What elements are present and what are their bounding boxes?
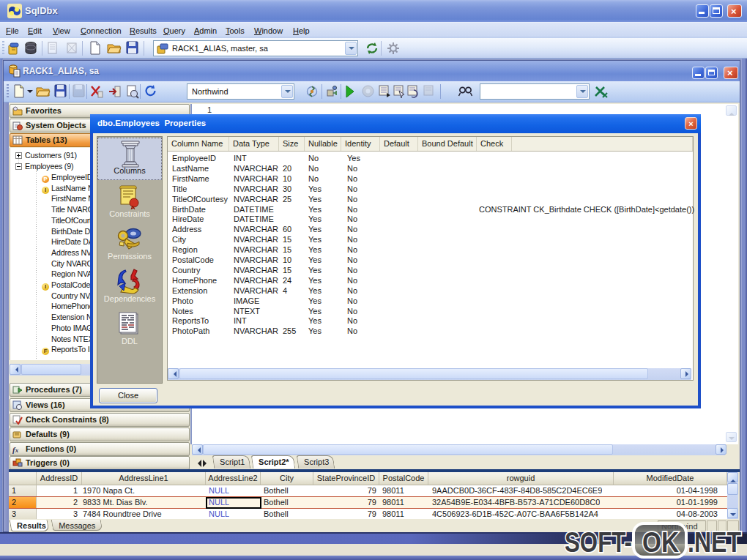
svg-text:SOFT-: SOFT- [565, 527, 632, 558]
svg-text:OK: OK [642, 527, 679, 558]
svg-text:.NET: .NET [688, 527, 741, 558]
